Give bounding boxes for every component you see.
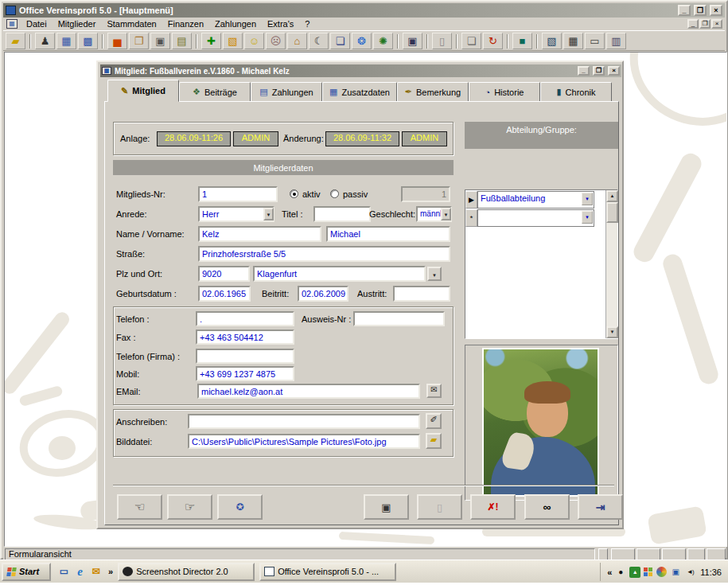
first-record-button[interactable]: ☜ xyxy=(117,494,162,520)
screenshot-tray-icon[interactable]: ● xyxy=(615,567,626,578)
menu-extras[interactable]: Extra's xyxy=(262,18,299,29)
color-wheel-tray-icon[interactable] xyxy=(656,567,667,577)
window-edit-button[interactable]: ❏ xyxy=(330,33,350,49)
tab-zahlungen[interactable]: ▤Zahlungen xyxy=(251,82,322,102)
tab-chronik[interactable]: ▮Chronik xyxy=(540,82,612,102)
mail-icon[interactable]: ✉ xyxy=(89,565,103,579)
abteilung-combo[interactable]: Fußballabteilung▼ xyxy=(477,191,594,209)
member-table-button[interactable]: ▦ xyxy=(56,33,76,49)
passiv-radio[interactable] xyxy=(330,189,339,198)
austritt-field[interactable] xyxy=(393,286,450,302)
calculator-button[interactable]: ▥ xyxy=(606,33,626,49)
dropdown-icon[interactable]: ▼ xyxy=(582,211,593,224)
tab-zusatzdaten[interactable]: ▦Zusatzdaten xyxy=(322,82,397,102)
grid-button[interactable]: ▦ xyxy=(563,33,583,49)
strasse-field[interactable]: Prinzhofesrstraße 5/5 xyxy=(198,246,450,262)
child-restore-button[interactable]: ❐ xyxy=(699,19,710,29)
menu-stammdaten[interactable]: Stammdaten xyxy=(101,18,162,29)
ort-dropdown-icon[interactable]: ▼ xyxy=(427,267,442,281)
minimize-button[interactable]: _ xyxy=(678,5,691,16)
show-desktop-icon[interactable]: ▭ xyxy=(57,565,71,579)
scrollbar-thumb[interactable] xyxy=(606,202,618,223)
anschreiben-field[interactable] xyxy=(188,414,420,429)
nachname-field[interactable]: Kelz xyxy=(198,226,321,242)
smiley-happy-button[interactable]: ☺ xyxy=(244,33,264,49)
plz-field[interactable]: 9020 xyxy=(198,266,250,282)
beitritt-field[interactable]: 02.06.2009 xyxy=(298,286,348,302)
tray-chevron[interactable]: « xyxy=(607,567,612,577)
telefon-firma-field[interactable] xyxy=(196,349,294,364)
open-file-button[interactable]: ▰ xyxy=(6,33,25,49)
moon-button[interactable]: ☾ xyxy=(309,33,329,49)
tab-historie[interactable]: ◔Historie xyxy=(469,82,540,102)
member-list-button[interactable]: ▩ xyxy=(78,33,98,49)
fax-field[interactable]: +43 463 504412 xyxy=(196,330,294,345)
clipboard-button[interactable]: ❐ xyxy=(129,33,149,49)
child-minimize-button[interactable]: _ xyxy=(687,19,699,29)
aktiv-radio[interactable] xyxy=(290,189,298,198)
close-button[interactable]: × xyxy=(710,5,722,16)
ort-field[interactable]: Klagenfurt xyxy=(253,266,426,282)
mdi-child-icon[interactable]: ▦ xyxy=(6,19,18,29)
menu-zahlungen[interactable]: Zahlungen xyxy=(209,18,262,29)
globe-hand-button[interactable]: ✺ xyxy=(373,33,393,49)
dialog-minimize-button[interactable]: _ xyxy=(578,66,590,76)
exit-button[interactable]: ⇥ xyxy=(578,494,623,520)
new-document-button[interactable]: ▯ xyxy=(432,33,452,49)
titel-field[interactable] xyxy=(313,206,371,222)
email-icon[interactable]: ✉ xyxy=(426,384,442,398)
bilddatei-field[interactable]: C:\Users\Public\Pictures\Sample Pictures… xyxy=(188,434,420,449)
tab-bemerkung[interactable]: ✒Bemerkung xyxy=(397,82,469,102)
anrede-dropdown-icon[interactable]: ▼ xyxy=(263,208,274,220)
task-office-vereinsprofi[interactable]: Office Vereinsprofi 5.0 - ... xyxy=(259,563,396,581)
network-tray-icon[interactable]: ▣ xyxy=(670,567,681,578)
menu-finanzen[interactable]: Finanzen xyxy=(162,18,209,29)
printer-button[interactable]: ▭ xyxy=(585,33,605,49)
tab-mitglied[interactable]: ✎Mitglied xyxy=(107,80,179,102)
mitglieds-nr-field[interactable]: 1 xyxy=(198,186,278,202)
delete-button[interactable]: ✗! xyxy=(470,494,516,520)
scroll-down-icon[interactable]: ▼ xyxy=(606,326,618,338)
geburtsdatum-field[interactable]: 02.06.1965 xyxy=(198,286,251,302)
refresh-button[interactable]: ↻ xyxy=(483,33,503,49)
restore-button[interactable]: ❐ xyxy=(694,5,707,16)
abteilung-scrollbar[interactable]: ▲ ▼ xyxy=(605,190,617,338)
member-button[interactable]: ♟ xyxy=(35,33,55,49)
quick-launch-overflow[interactable]: » xyxy=(108,567,113,576)
search-button[interactable]: ∞ xyxy=(524,494,570,520)
geschlecht-dropdown-icon[interactable]: ▼ xyxy=(441,208,451,220)
camera-button[interactable]: ▣ xyxy=(150,33,170,49)
menu-hilfe[interactable]: ? xyxy=(299,18,315,29)
mobil-field[interactable]: +43 699 1237 4875 xyxy=(196,366,294,381)
next-record-button[interactable]: ☞ xyxy=(167,494,212,520)
panel-button[interactable]: ▣ xyxy=(403,33,422,49)
wand-icon[interactable]: ✐ xyxy=(426,413,442,429)
add-member-button[interactable]: ✚ xyxy=(201,33,221,49)
form-button[interactable]: ▧ xyxy=(223,33,243,49)
task-screenshot-director[interactable]: Screenshot Director 2.0 xyxy=(118,563,255,581)
menu-mitglieder[interactable]: Mitglieder xyxy=(53,18,102,29)
open-picture-icon[interactable]: ▰ xyxy=(426,433,442,449)
statistics-button[interactable]: ▧ xyxy=(542,33,562,49)
smiley-sad-button[interactable]: ☹ xyxy=(266,33,286,49)
home-button[interactable]: ⌂ xyxy=(287,33,307,49)
abteilung-new-combo[interactable]: ▼ xyxy=(477,209,594,227)
volume-tray-icon[interactable]: ◄) xyxy=(684,567,695,578)
telefon-field[interactable]: . xyxy=(196,311,294,326)
vorname-field[interactable]: Michael xyxy=(326,226,450,242)
internet-explorer-icon[interactable]: e xyxy=(73,565,87,579)
dialog-restore-button[interactable]: ❐ xyxy=(593,66,605,76)
windows-update-tray-icon[interactable] xyxy=(644,567,653,576)
dialog-close-button[interactable]: × xyxy=(608,66,620,76)
dropdown-icon[interactable]: ▼ xyxy=(582,193,593,205)
child-close-button[interactable]: × xyxy=(711,19,722,29)
menu-datei[interactable]: Datei xyxy=(21,18,53,29)
update-tray-icon[interactable]: ▲ xyxy=(629,567,640,578)
start-button[interactable]: Start xyxy=(2,563,51,581)
ausweis-field[interactable] xyxy=(353,311,445,326)
scroll-up-icon[interactable]: ▲ xyxy=(606,190,618,202)
chart-button[interactable]: ▅ xyxy=(107,33,127,49)
globe-mouse-button[interactable]: ❂ xyxy=(352,33,372,49)
email-field[interactable]: michael.kelz@aon.at xyxy=(197,384,420,399)
save-button[interactable]: ▣ xyxy=(364,494,409,520)
